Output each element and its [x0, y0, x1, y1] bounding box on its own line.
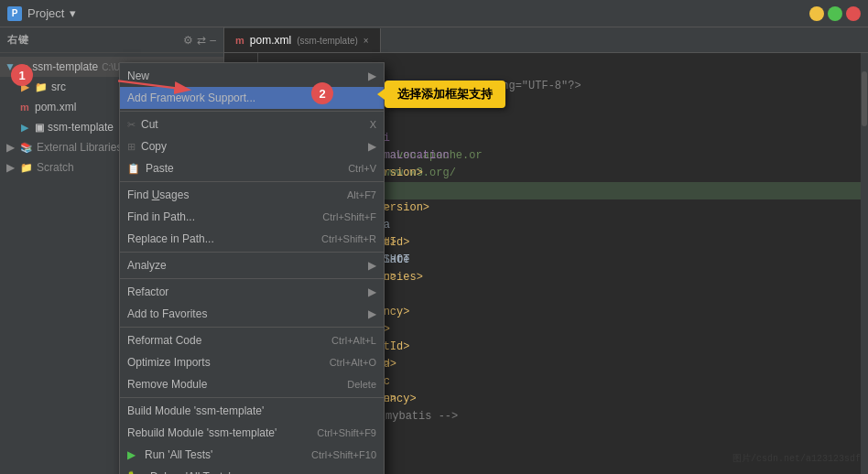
refactor-label: Refactor	[127, 285, 168, 298]
src-label: src	[51, 81, 66, 93]
copy-arrow: ▶	[368, 140, 376, 153]
remove-module-label: Remove Module	[127, 378, 207, 391]
paste-label: Paste	[146, 162, 174, 175]
reformat-shortcut: Ctrl+Alt+L	[331, 335, 376, 346]
find-path-label: Find in Path...	[127, 210, 195, 223]
run-tests-label: Run 'All Tests'	[145, 448, 212, 461]
find-path-shortcut: Ctrl+Shift+F	[322, 211, 376, 222]
menu-item-favorites[interactable]: Add to Favorites ▶	[120, 303, 384, 325]
debug-tests-label: Debug 'All Tests'	[150, 470, 231, 474]
maximize-button[interactable]	[828, 6, 842, 21]
refactor-arrow: ▶	[368, 285, 376, 298]
cut-icon: ✂	[127, 119, 136, 131]
menu-item-paste[interactable]: 📋 Paste Ctrl+V	[120, 157, 384, 179]
separator-6	[120, 397, 384, 398]
panel-icons: ⚙ ⇄ –	[183, 34, 216, 47]
find-usages-shortcut: Alt+F7	[347, 189, 376, 200]
tooltip-text: 选择添加框架支持	[397, 87, 493, 101]
external-icon: ▶	[4, 141, 16, 154]
run-icon: ▶	[127, 448, 136, 461]
paste-icon: 📋	[127, 163, 140, 175]
scratch-icon: ▶	[4, 161, 16, 174]
scratch-folder-icon: 📁	[20, 162, 33, 174]
separator-2	[120, 181, 384, 182]
step-2-badge: 2	[311, 82, 333, 104]
tab-context: (ssm-template)	[297, 36, 358, 46]
new-label: New	[127, 70, 149, 82]
menu-item-build[interactable]: Build Module 'ssm-template'	[120, 400, 384, 422]
reformat-label: Reformat Code	[127, 334, 201, 347]
window-controls	[809, 6, 861, 21]
menu-item-cut[interactable]: ✂ Cut X	[120, 113, 384, 135]
title-chevron[interactable]: ▾	[70, 6, 76, 20]
favorites-arrow: ▶	[368, 307, 376, 320]
editor-tabs: m pom.xml (ssm-template) ×	[224, 27, 868, 53]
main-layout: 1 右键 ⚙ ⇄ – ▼ m ssm-template C:\Users\155…	[0, 27, 868, 474]
menu-item-add-framework[interactable]: Add Framework Support...	[120, 87, 384, 109]
scroll-thumb[interactable]	[862, 71, 867, 126]
project-panel: 1 右键 ⚙ ⇄ – ▼ m ssm-template C:\Users\155…	[0, 27, 224, 474]
menu-item-find-path[interactable]: Find in Path... Ctrl+Shift+F	[120, 206, 384, 228]
separator-3	[120, 252, 384, 253]
external-lib-icon: 📚	[20, 142, 33, 154]
settings-icon[interactable]: ⚙	[183, 34, 193, 47]
external-label: External Libraries	[37, 141, 122, 154]
minimize-button[interactable]	[809, 6, 824, 21]
project-icon: P	[7, 6, 22, 21]
menu-item-refactor[interactable]: Refactor ▶	[120, 281, 384, 303]
menu-item-new[interactable]: New ▶	[120, 65, 384, 87]
new-arrow: ▶	[368, 70, 376, 82]
menu-item-rebuild[interactable]: Rebuild Module 'ssm-template' Ctrl+Shift…	[120, 422, 384, 444]
src-folder-icon: 📁	[35, 81, 48, 93]
optimize-label: Optimize Imports	[127, 356, 211, 369]
menu-item-analyze[interactable]: Analyze ▶	[120, 254, 384, 276]
scroll-bar[interactable]	[861, 53, 868, 474]
rebuild-label: Rebuild Module 'ssm-template'	[127, 426, 277, 439]
analyze-arrow: ▶	[368, 259, 376, 272]
step-1-badge: 1	[11, 64, 33, 86]
remove-module-shortcut: Delete	[347, 379, 376, 390]
menu-item-find-usages[interactable]: Find Usages Alt+F7	[120, 184, 384, 206]
tab-filename: pom.xml	[250, 34, 291, 47]
analyze-label: Analyze	[127, 259, 167, 272]
maven-file-icon: m	[18, 101, 31, 113]
copy-label: Copy	[141, 140, 167, 153]
separator-1	[120, 111, 384, 112]
panel-title: 右键	[7, 33, 178, 47]
collapse-icon[interactable]: –	[210, 34, 216, 47]
context-menu: New ▶ Add Framework Support... ✂ Cut X	[119, 62, 385, 474]
menu-item-remove-module[interactable]: Remove Module Delete	[120, 373, 384, 395]
separator-5	[120, 327, 384, 328]
run-tests-shortcut: Ctrl+Shift+F10	[311, 449, 376, 460]
menu-item-replace-path[interactable]: Replace in Path... Ctrl+Shift+R	[120, 228, 384, 250]
separator-4	[120, 278, 384, 279]
title-bar-left: P Project ▾	[7, 6, 809, 21]
watermark: 图片/csdn.net/a123123sdf	[732, 452, 861, 467]
cut-label: Cut	[141, 118, 158, 131]
rebuild-shortcut: Ctrl+Shift+F9	[317, 427, 376, 438]
add-framework-label: Add Framework Support...	[127, 92, 255, 104]
replace-path-label: Replace in Path...	[127, 232, 214, 245]
tab-pom-xml[interactable]: m pom.xml (ssm-template) ×	[224, 28, 381, 52]
pom-label: pom.xml	[35, 101, 76, 113]
menu-item-reformat[interactable]: Reformat Code Ctrl+Alt+L	[120, 329, 384, 351]
framework-tooltip: 选择添加框架支持	[385, 81, 505, 108]
cut-shortcut: X	[370, 119, 376, 130]
project-title: Project	[27, 6, 64, 20]
tab-close-button[interactable]: ×	[363, 36, 369, 46]
menu-item-optimize[interactable]: Optimize Imports Ctrl+Alt+O	[120, 351, 384, 373]
menu-item-copy[interactable]: ⊞ Copy ▶	[120, 135, 384, 157]
debug-icon: 🐛	[127, 470, 141, 474]
menu-item-debug-tests[interactable]: 🐛 Debug 'All Tests'	[120, 466, 384, 474]
ssm-module-icon: ▶	[18, 121, 31, 134]
build-label: Build Module 'ssm-template'	[127, 404, 264, 417]
tab-maven-icon: m	[235, 35, 244, 46]
ssm-label: ▣	[35, 122, 44, 134]
optimize-shortcut: Ctrl+Alt+O	[330, 357, 376, 368]
scratch-label: Scratch	[37, 161, 74, 174]
favorites-label: Add to Favorites	[127, 307, 207, 320]
gear-icon[interactable]: ⇄	[197, 34, 206, 47]
close-button[interactable]	[846, 6, 861, 21]
menu-item-run-tests[interactable]: ▶ Run 'All Tests' Ctrl+Shift+F10	[120, 444, 384, 466]
panel-header: 右键 ⚙ ⇄ –	[0, 27, 223, 53]
